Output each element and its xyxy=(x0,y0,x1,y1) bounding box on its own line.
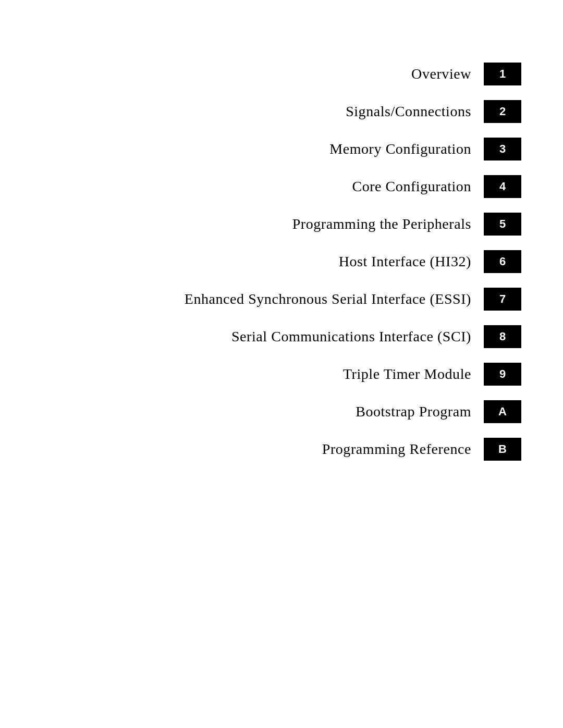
toc-item[interactable]: Host Interface (HI32)6 xyxy=(0,250,521,273)
toc-item-badge: A xyxy=(484,400,521,423)
toc-item-badge: 7 xyxy=(484,288,521,311)
toc-item-label: Programming Reference xyxy=(322,441,471,458)
toc-item-label: Memory Configuration xyxy=(329,141,471,157)
toc-item-label: Signals/Connections xyxy=(346,103,471,120)
toc-item-label: Bootstrap Program xyxy=(356,403,471,420)
toc-item-label: Host Interface (HI32) xyxy=(339,253,471,270)
toc-item-badge: 8 xyxy=(484,325,521,348)
toc-item-badge: B xyxy=(484,438,521,461)
toc-item[interactable]: Bootstrap ProgramA xyxy=(0,400,521,423)
toc-item-badge: 4 xyxy=(484,175,521,198)
toc-item-label: Triple Timer Module xyxy=(343,366,471,382)
toc-item[interactable]: Serial Communications Interface (SCI)8 xyxy=(0,325,521,348)
toc-item[interactable]: Overview1 xyxy=(0,63,521,85)
toc-item[interactable]: Enhanced Synchronous Serial Interface (E… xyxy=(0,288,521,311)
toc-item-badge: 2 xyxy=(484,100,521,123)
toc-item-badge: 5 xyxy=(484,213,521,236)
toc-item[interactable]: Core Configuration4 xyxy=(0,175,521,198)
toc-item-label: Serial Communications Interface (SCI) xyxy=(231,328,471,345)
toc-item-badge: 9 xyxy=(484,363,521,386)
toc-item-label: Enhanced Synchronous Serial Interface (E… xyxy=(185,291,471,307)
toc-item[interactable]: Programming ReferenceB xyxy=(0,438,521,461)
toc-item-badge: 6 xyxy=(484,250,521,273)
toc-item-label: Core Configuration xyxy=(352,178,471,195)
toc-item-badge: 3 xyxy=(484,138,521,161)
toc-item[interactable]: Signals/Connections2 xyxy=(0,100,521,123)
toc-item-label: Overview xyxy=(411,66,471,82)
toc-item[interactable]: Programming the Peripherals5 xyxy=(0,213,521,236)
toc-item[interactable]: Triple Timer Module9 xyxy=(0,363,521,386)
toc-item-label: Programming the Peripherals xyxy=(292,216,471,232)
toc-item[interactable]: Memory Configuration3 xyxy=(0,138,521,161)
toc-item-badge: 1 xyxy=(484,63,521,85)
table-of-contents: Overview1Signals/Connections2Memory Conf… xyxy=(0,0,563,475)
